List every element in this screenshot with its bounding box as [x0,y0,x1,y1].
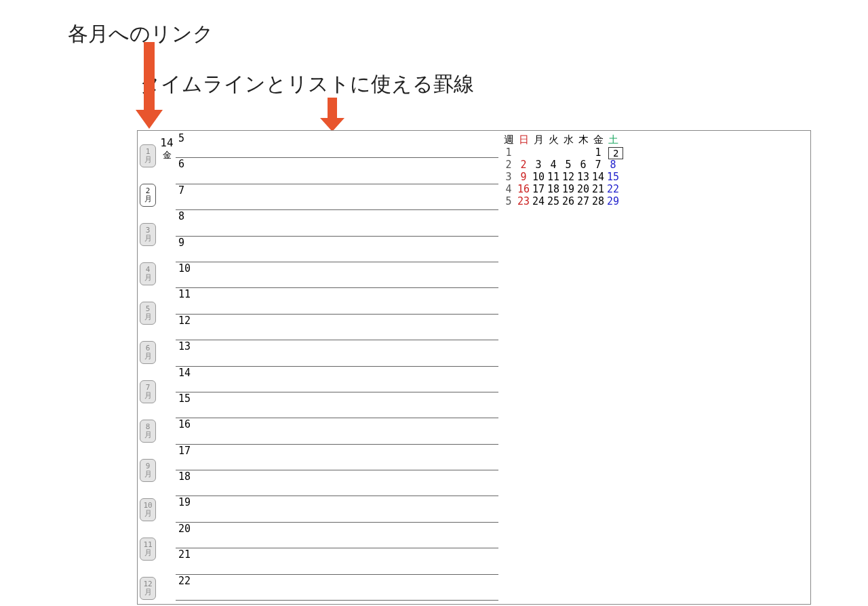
month-tab-3[interactable]: 3月 [140,223,156,246]
week-number[interactable]: 5 [501,195,516,207]
calendar-day[interactable]: 4 [546,159,561,171]
hour-row[interactable]: 17 [176,445,498,470]
svg-marker-1 [136,110,163,129]
calendar-day[interactable]: 25 [546,195,561,207]
month-tab-12[interactable]: 12月 [140,577,156,600]
current-day-dow: 金 [163,149,172,161]
calendar-day[interactable]: 15 [606,171,620,183]
calendar-day[interactable]: 16 [516,183,531,195]
hour-row[interactable]: 18 [176,470,498,496]
calendar-day[interactable]: 28 [591,195,606,207]
calendar-header: 木 [576,134,591,146]
mini-calendar: 週日月火水木金土11223456783910111213141541617181… [498,131,810,604]
calendar-day[interactable]: 8 [606,159,620,171]
calendar-day[interactable]: 2 [516,159,531,171]
hour-row[interactable]: 22 [176,575,498,601]
hour-row[interactable]: 19 [176,496,498,522]
calendar-day[interactable]: 10 [531,171,546,183]
calendar-day[interactable]: 11 [546,171,561,183]
current-day-number: 14 [160,136,173,149]
month-tab-8[interactable]: 8月 [140,420,156,443]
planner-panel: 1月2月3月4月5月6月7月8月9月10月11月12月 14 金 5678910… [137,130,811,605]
calendar-header: 水 [561,134,576,146]
calendar-day[interactable]: 3 [531,159,546,171]
hour-row[interactable]: 12 [176,315,498,340]
calendar-day[interactable]: 19 [561,183,576,195]
calendar-day[interactable]: 21 [591,183,606,195]
calendar-day [516,146,531,159]
timeline: 5678910111213141516171819202122 [176,131,498,604]
hour-row[interactable]: 6 [176,158,498,184]
calendar-day [561,146,576,159]
calendar-day[interactable]: 18 [546,183,561,195]
svg-rect-2 [328,98,337,118]
hour-row[interactable]: 14 [176,367,498,392]
hour-row[interactable]: 10 [176,262,498,288]
month-tab-5[interactable]: 5月 [140,302,156,325]
calendar-day [546,146,561,159]
month-tab-6[interactable]: 6月 [140,341,156,364]
calendar-day[interactable]: 27 [576,195,591,207]
calendar-day [576,146,591,159]
month-tab-11[interactable]: 11月 [140,538,156,561]
selected-day-box[interactable]: 2 [608,147,623,159]
week-number[interactable]: 2 [501,159,516,171]
month-tab-2[interactable]: 2月 [140,184,156,207]
calendar-day[interactable]: 12 [561,171,576,183]
hour-row[interactable]: 16 [176,418,498,444]
calendar-header: 金 [591,134,606,146]
hour-row[interactable]: 8 [176,210,498,236]
calendar-day[interactable]: 24 [531,195,546,207]
svg-rect-0 [144,42,155,110]
calendar-day[interactable]: 7 [591,159,606,171]
calendar-header: 日 [516,134,531,146]
calendar-header: 火 [546,134,561,146]
month-tabs: 1月2月3月4月5月6月7月8月9月10月11月12月 [138,131,158,604]
hour-row[interactable]: 7 [176,184,498,210]
hour-row[interactable]: 21 [176,548,498,574]
calendar-day[interactable]: 22 [606,183,620,195]
calendar-day[interactable]: 14 [591,171,606,183]
hour-row[interactable]: 11 [176,288,498,314]
calendar-day[interactable]: 9 [516,171,531,183]
calendar-day[interactable]: 20 [576,183,591,195]
month-tab-10[interactable]: 10月 [140,498,156,521]
week-number[interactable]: 3 [501,171,516,183]
week-number[interactable]: 4 [501,183,516,195]
month-tab-1[interactable]: 1月 [140,144,156,167]
calendar-day[interactable]: 26 [561,195,576,207]
calendar-header: 土 [606,134,620,146]
month-tab-7[interactable]: 7月 [140,380,156,403]
calendar-day[interactable]: 23 [516,195,531,207]
hour-row[interactable]: 9 [176,237,498,262]
hour-row[interactable]: 15 [176,392,498,418]
current-day-column: 14 金 [158,131,176,604]
hour-row[interactable]: 13 [176,340,498,366]
calendar-day[interactable]: 6 [576,159,591,171]
calendar-day[interactable]: 5 [561,159,576,171]
week-number[interactable]: 1 [501,146,516,159]
calendar-header: 月 [531,134,546,146]
hour-row[interactable]: 5 [176,132,498,158]
calendar-day[interactable]: 29 [606,195,620,207]
calendar-day [531,146,546,159]
arrow-down-icon [136,42,163,129]
calendar-day[interactable]: 17 [531,183,546,195]
calendar-day[interactable]: 1 [591,146,606,159]
month-tab-9[interactable]: 9月 [140,459,156,482]
svg-marker-3 [320,118,344,132]
hour-row[interactable]: 20 [176,523,498,548]
month-tab-4[interactable]: 4月 [140,262,156,285]
calendar-header: 週 [501,134,516,146]
arrow-down-icon [320,98,344,132]
calendar-day[interactable]: 13 [576,171,591,183]
annotation-timeline: タイムラインとリストに使える罫線 [140,70,474,98]
